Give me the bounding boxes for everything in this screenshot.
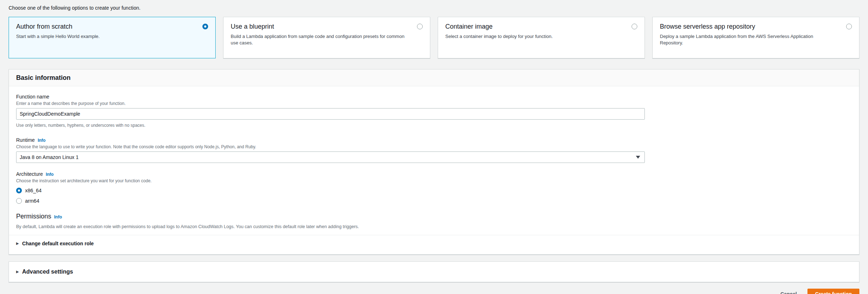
radio-selected-icon[interactable] xyxy=(202,24,208,29)
runtime-info-link[interactable]: Info xyxy=(38,138,45,143)
radio-unselected-icon[interactable] xyxy=(16,198,22,204)
caret-right-icon: ▶ xyxy=(16,270,19,274)
function-name-description: Enter a name that describes the purpose … xyxy=(16,101,852,106)
option-card-description: Start with a simple Hello World example. xyxy=(16,33,193,40)
option-card-container-image[interactable]: Container image Select a container image… xyxy=(438,17,645,58)
radio-arm64[interactable]: arm64 xyxy=(16,197,852,204)
function-name-constraint: Use only letters, numbers, hyphens, or u… xyxy=(16,122,852,128)
option-card-title: Container image xyxy=(445,22,493,31)
runtime-label: Runtime xyxy=(16,137,35,143)
option-card-title: Author from scratch xyxy=(16,22,72,31)
option-card-title: Browse serverless app repository xyxy=(660,22,755,31)
creation-option-cards: Author from scratch Start with a simple … xyxy=(9,17,859,58)
panel-title: Basic information xyxy=(9,69,859,86)
option-card-author-from-scratch[interactable]: Author from scratch Start with a simple … xyxy=(9,17,216,58)
expander-label: Advanced settings xyxy=(22,269,73,275)
radio-x86-64-label: x86_64 xyxy=(25,187,42,194)
option-card-description: Deploy a sample Lambda application from … xyxy=(660,33,836,46)
basic-information-panel: Basic information Function name Enter a … xyxy=(9,69,859,255)
function-name-field: Function name Enter a name that describe… xyxy=(16,93,852,128)
radio-unselected-icon[interactable] xyxy=(417,24,423,29)
function-name-label: Function name xyxy=(16,93,852,100)
runtime-selected-value: Java 8 on Amazon Linux 1 xyxy=(20,154,78,160)
function-name-input[interactable] xyxy=(16,108,645,120)
architecture-field: ArchitectureInfo Choose the instruction … xyxy=(16,171,852,204)
advanced-settings-expander[interactable]: ▶ Advanced settings xyxy=(16,269,852,275)
radio-unselected-icon[interactable] xyxy=(846,24,852,29)
create-function-button[interactable]: Create function xyxy=(807,289,859,294)
option-card-description: Build a Lambda application from sample c… xyxy=(231,33,407,46)
advanced-settings-panel: ▶ Advanced settings xyxy=(9,261,859,282)
runtime-description: Choose the language to use to write your… xyxy=(16,144,852,150)
permissions-info-link[interactable]: Info xyxy=(54,215,62,220)
runtime-field: RuntimeInfo Choose the language to use t… xyxy=(16,137,852,163)
option-card-use-a-blueprint[interactable]: Use a blueprint Build a Lambda applicati… xyxy=(223,17,430,58)
architecture-info-link[interactable]: Info xyxy=(46,172,54,177)
option-card-description: Select a container image to deploy for y… xyxy=(445,33,622,40)
permissions-heading: Permissions xyxy=(16,213,51,220)
caret-right-icon: ▶ xyxy=(16,242,19,245)
change-default-execution-role-expander[interactable]: ▶ Change default execution role xyxy=(16,235,852,248)
architecture-label: Architecture xyxy=(16,171,43,177)
radio-arm64-label: arm64 xyxy=(25,197,39,204)
radio-selected-icon[interactable] xyxy=(16,188,22,193)
radio-unselected-icon[interactable] xyxy=(632,24,637,29)
runtime-select[interactable]: Java 8 on Amazon Linux 1 xyxy=(16,151,645,163)
option-card-browse-serverless-app-repository[interactable]: Browse serverless app repository Deploy … xyxy=(652,17,859,58)
chevron-down-icon xyxy=(636,156,640,159)
cancel-button[interactable]: Cancel xyxy=(780,291,797,294)
architecture-description: Choose the instruction set architecture … xyxy=(16,178,852,184)
page-intro-text: Choose one of the following options to c… xyxy=(9,5,859,11)
form-actions: Cancel Create function xyxy=(9,289,859,294)
permissions-description: By default, Lambda will create an execut… xyxy=(16,224,852,230)
permissions-heading-row: PermissionsInfo xyxy=(16,212,852,221)
option-card-title: Use a blueprint xyxy=(231,22,274,31)
expander-label: Change default execution role xyxy=(22,241,94,246)
radio-x86-64[interactable]: x86_64 xyxy=(16,187,852,194)
